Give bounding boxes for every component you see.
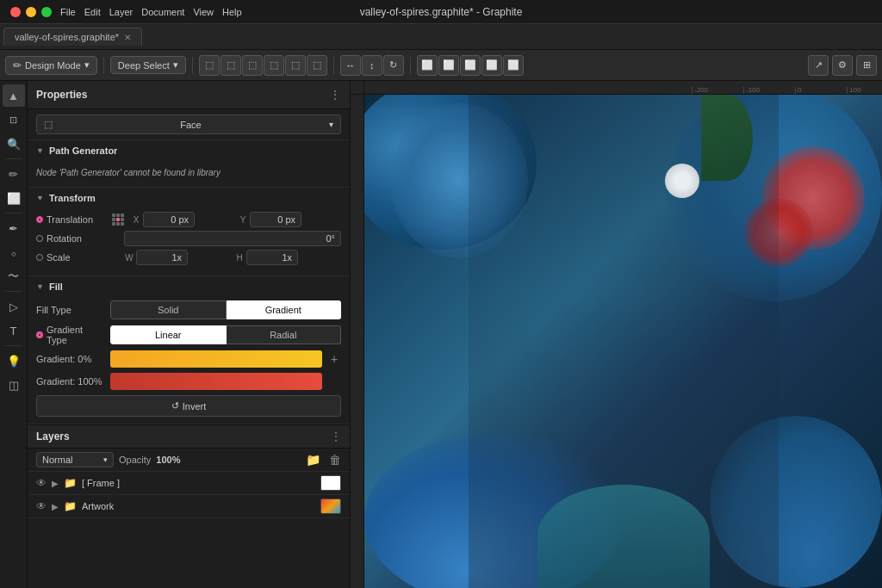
- blend-mode-dropdown[interactable]: Normal ▾: [36, 452, 114, 467]
- deep-select-button[interactable]: Deep Select ▾: [110, 56, 186, 74]
- gradient-type-row: Gradient Type Linear Radial: [36, 325, 341, 345]
- tool-pen[interactable]: ✒: [3, 217, 25, 239]
- tool-crop[interactable]: ⊡: [3, 108, 25, 131]
- tool-shape[interactable]: ▷: [3, 295, 25, 318]
- scale-radio[interactable]: [36, 254, 43, 261]
- layers-delete-button[interactable]: 🗑: [329, 453, 341, 467]
- scale-h-input[interactable]: [246, 250, 298, 265]
- tool-gradient[interactable]: ◫: [3, 374, 25, 396]
- tool-brush[interactable]: ✏: [3, 163, 25, 185]
- menu-help[interactable]: Help: [222, 7, 242, 17]
- invert-button[interactable]: ↺ Invert: [36, 395, 341, 417]
- dress-teal: [537, 485, 710, 588]
- tool-text[interactable]: T: [3, 319, 25, 342]
- minimize-window-button[interactable]: [26, 7, 36, 17]
- align-center-button[interactable]: ⬚: [220, 55, 241, 76]
- tab-close-icon[interactable]: ✕: [124, 33, 131, 42]
- gradient-0-add-button[interactable]: +: [327, 352, 341, 366]
- layer-artwork-expand-button[interactable]: ▶: [52, 502, 59, 511]
- layers-header: Layers ⋮: [28, 425, 350, 449]
- translation-x-input[interactable]: [143, 212, 195, 227]
- tool-fill[interactable]: ⬜: [3, 187, 25, 209]
- translation-y-group: Y: [238, 212, 341, 227]
- design-mode-button[interactable]: ✏ Design Mode ▾: [5, 56, 97, 75]
- tab-label: valley-of-spires.graphite*: [15, 32, 119, 42]
- layer-artwork-visibility-toggle[interactable]: 👁: [36, 500, 47, 512]
- face-select-dropdown[interactable]: ⬚ Face ▾: [36, 115, 341, 134]
- radial-button[interactable]: Radial: [227, 325, 342, 344]
- tool-select[interactable]: ▲: [3, 84, 25, 107]
- scale-w-input[interactable]: [136, 250, 188, 265]
- face-select-arrow: ▾: [329, 120, 333, 129]
- view-btn-1[interactable]: ⬜: [417, 55, 438, 76]
- fill-arrow-icon: ▼: [36, 282, 44, 291]
- linear-button[interactable]: Linear: [110, 325, 227, 344]
- flip-h-button[interactable]: ↔: [340, 55, 361, 76]
- tools-sidebar: ▲ ⊡ 🔍 ✏ ⬜ ✒ ⬦ 〜 ▷ T 💡 ◫: [0, 81, 28, 588]
- rotation-label: Rotation: [47, 233, 82, 244]
- solid-button[interactable]: Solid: [110, 300, 227, 319]
- gradient-0-bar[interactable]: [110, 350, 322, 368]
- gradient-100-label: Gradient: 100%: [36, 376, 105, 387]
- menu-edit[interactable]: Edit: [84, 7, 101, 17]
- close-window-button[interactable]: [10, 7, 21, 17]
- y-label: Y: [238, 215, 248, 225]
- view-btn-4[interactable]: ⬜: [481, 55, 502, 76]
- face-selector-row: ⬚ Face ▾: [28, 109, 350, 140]
- tab-valley-of-spires[interactable]: valley-of-spires.graphite* ✕: [3, 28, 142, 46]
- layer-artwork-thumbnail: [320, 498, 341, 514]
- ruler-mark-3: 100: [847, 87, 882, 94]
- fill-header[interactable]: ▼ Fill: [28, 276, 350, 297]
- properties-menu-button[interactable]: ⋮: [329, 88, 341, 102]
- align-middle-button[interactable]: ⬚: [285, 55, 306, 76]
- title-bar: File Edit Layer Document View Help valle…: [0, 0, 882, 24]
- rotate-button[interactable]: ↻: [383, 55, 404, 76]
- canvas-area[interactable]: [364, 95, 882, 588]
- toolbar-right: ↗ ⚙ ⊞: [808, 55, 877, 76]
- fill-type-row: Fill Type Solid Gradient: [36, 300, 341, 319]
- gradient-100-bar[interactable]: [110, 373, 322, 390]
- layers-controls: Normal ▾ Opacity 100% 📁 🗑: [28, 449, 350, 472]
- hair-flower: [665, 164, 699, 198]
- maximize-window-button[interactable]: [41, 7, 52, 17]
- gradient-type-radio[interactable]: [36, 331, 43, 338]
- flip-v-button[interactable]: ↕: [362, 55, 382, 76]
- rotation-input[interactable]: [124, 231, 341, 246]
- view-btn-3[interactable]: ⬜: [460, 55, 481, 76]
- menu-view[interactable]: View: [193, 7, 214, 17]
- layers-folder-button[interactable]: 📁: [306, 453, 320, 467]
- align-left-button[interactable]: ⬚: [199, 55, 220, 76]
- blend-mode-label: Normal: [42, 455, 72, 465]
- view-btn-2[interactable]: ⬜: [438, 55, 459, 76]
- translation-radio[interactable]: [36, 216, 43, 223]
- gradient-button[interactable]: Gradient: [227, 300, 342, 319]
- translation-row: Translation X Y: [36, 212, 341, 227]
- align-top-button[interactable]: ⬚: [264, 55, 284, 76]
- layer-row-artwork: 👁 ▶ 📁 Artwork: [28, 495, 350, 518]
- rotation-radio[interactable]: [36, 235, 43, 242]
- view-btn-5[interactable]: ⬜: [503, 55, 524, 76]
- align-right-button[interactable]: ⬚: [242, 55, 263, 76]
- layers-menu-button[interactable]: ⋮: [331, 430, 341, 443]
- toolbar-sep-2: [192, 57, 193, 74]
- translation-y-input[interactable]: [250, 212, 301, 227]
- layer-frame-visibility-toggle[interactable]: 👁: [36, 477, 47, 489]
- rotation-row: Rotation: [36, 231, 341, 246]
- align-bottom-button[interactable]: ⬚: [307, 55, 327, 76]
- layer-frame-expand-button[interactable]: ▶: [52, 479, 59, 488]
- tool-zoom[interactable]: 🔍: [3, 133, 25, 155]
- main-area: ▲ ⊡ 🔍 ✏ ⬜ ✒ ⬦ 〜 ▷ T 💡 ◫ Properties ⋮ ⬚ F…: [0, 81, 882, 588]
- export-button[interactable]: ↗: [808, 55, 829, 76]
- ruler-horizontal: -200 -100 0 100 200 300 400 500 600 700 …: [364, 81, 882, 95]
- settings-button[interactable]: ⚙: [832, 55, 853, 76]
- tool-node[interactable]: ⬦: [3, 241, 25, 263]
- menu-document[interactable]: Document: [141, 7, 184, 17]
- menu-layer[interactable]: Layer: [109, 7, 134, 17]
- menu-file[interactable]: File: [60, 7, 76, 17]
- path-generator-header[interactable]: ▼ Path Generator: [28, 140, 350, 161]
- tool-spline[interactable]: 〜: [3, 265, 25, 288]
- grid-button[interactable]: ⊞: [856, 55, 877, 76]
- transform-header[interactable]: ▼ Transform: [28, 188, 350, 208]
- transform-arrow-icon: ▼: [36, 194, 44, 202]
- tool-eyedropper[interactable]: 💡: [3, 350, 25, 372]
